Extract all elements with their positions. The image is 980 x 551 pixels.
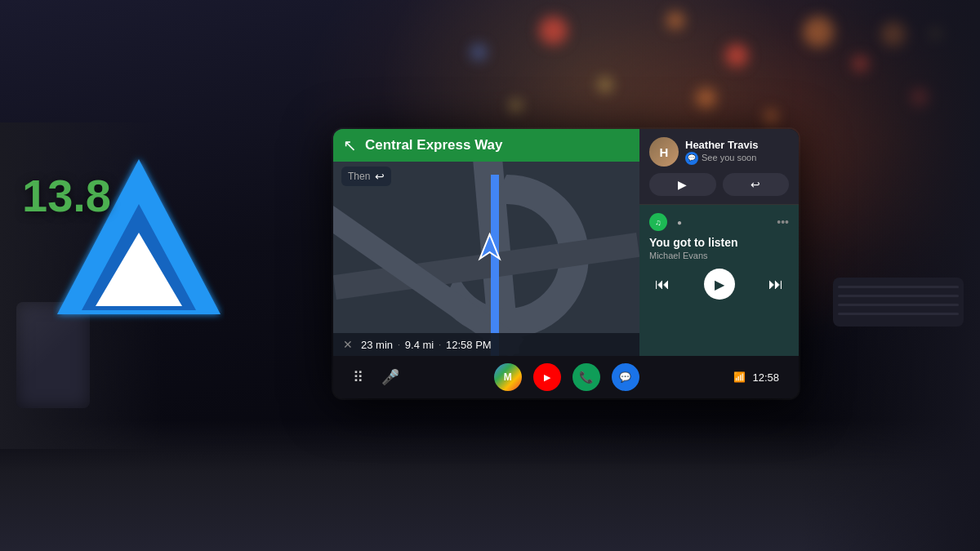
nav-eta-distance: 9.4 mi (405, 339, 434, 351)
message-preview-text: See you soon (702, 153, 756, 162)
message-play-button[interactable]: ▶ (649, 173, 716, 196)
nav-bar-left-icons: ⠿ 🎤 (353, 368, 399, 386)
message-card: H Heather Travis 💬 See you soon ▶ ↩ (639, 129, 799, 205)
music-next-button[interactable]: ⏭ (763, 271, 789, 297)
microphone-icon[interactable]: 🎤 (381, 368, 399, 386)
message-app-icon: 💬 (685, 152, 698, 165)
nav-then-instruction: Then ↩ (341, 167, 391, 186)
bokeh-light (666, 11, 684, 29)
speaker-grille (833, 278, 964, 327)
nav-eta-time: 23 min (361, 339, 393, 351)
youtube-app-icon[interactable]: ▶ (533, 363, 561, 391)
music-controls: ⏮ ▶ ⏭ (649, 269, 789, 300)
right-car-panel (800, 0, 980, 551)
message-reply-button[interactable]: ↩ (723, 173, 790, 196)
nav-bar-right-info: 📶 12:58 (733, 371, 779, 384)
message-info: Heather Travis 💬 See you soon (685, 139, 789, 165)
right-panel: H Heather Travis 💬 See you soon ▶ ↩ (639, 129, 799, 356)
contact-avatar: H (649, 137, 679, 167)
vent-line (838, 304, 959, 306)
music-song-title: You got to listen (649, 236, 789, 249)
messages-app-icon[interactable]: 💬 (612, 363, 639, 391)
signal-strength-icon: 📶 (733, 371, 746, 383)
message-actions: ▶ ↩ (649, 173, 789, 196)
music-dot-indicator: ● (677, 218, 682, 227)
current-location-arrow (474, 233, 504, 262)
bokeh-light (598, 78, 612, 92)
nav-eta-bar: ✕ 23 min · 9.4 mi · 12:58 PM (333, 333, 639, 356)
nav-street-name: Central Express Way (365, 137, 630, 153)
nav-dot-separator-2: · (439, 340, 441, 349)
grid-menu-icon[interactable]: ⠿ (353, 368, 363, 386)
bokeh-light (696, 88, 716, 109)
system-time: 12:58 (752, 371, 779, 384)
vent-line (838, 295, 959, 297)
music-artist-name: Michael Evans (649, 251, 789, 260)
nav-header: ↖ Central Express Way (333, 129, 639, 162)
music-prev-button[interactable]: ⏮ (649, 271, 675, 297)
nav-close-icon[interactable]: ✕ (343, 338, 353, 351)
music-card: ♫ ● ••• You got to listen Michael Evans … (639, 205, 799, 356)
google-maps-app-icon[interactable]: M (494, 363, 522, 391)
bokeh-light (510, 100, 522, 112)
nav-bar-app-icons: M ▶ 📞 💬 (494, 363, 639, 391)
nav-then-arrow-icon: ↩ (375, 170, 385, 183)
version-number: 13.8 (22, 169, 111, 222)
music-header-row: ♫ ● ••• (649, 213, 789, 231)
svg-marker-3 (479, 234, 499, 259)
vent-line (838, 286, 959, 288)
message-header: H Heather Travis 💬 See you soon (649, 137, 789, 167)
android-auto-screen: ↖ Central Express Way Then ↩ (333, 129, 799, 398)
bokeh-light (764, 110, 777, 123)
map-section[interactable]: ↖ Central Express Way Then ↩ (333, 129, 639, 356)
music-app-icon: ♫ (649, 213, 667, 231)
music-overflow-icon[interactable]: ••• (777, 216, 789, 229)
phone-app-icon[interactable]: 📞 (572, 363, 600, 391)
nav-then-label: Then (348, 171, 370, 182)
vent-line (838, 313, 959, 315)
nav-dot-separator: · (398, 340, 400, 349)
nav-eta-clock: 12:58 PM (446, 339, 492, 351)
screen-main-area: ↖ Central Express Way Then ↩ (333, 129, 799, 356)
bokeh-light (470, 44, 487, 60)
contact-name: Heather Travis (685, 139, 789, 152)
music-play-button[interactable]: ▶ (704, 269, 735, 300)
bokeh-light (725, 44, 748, 67)
bokeh-light (539, 16, 568, 45)
turn-direction-icon: ↖ (343, 136, 357, 155)
android-auto-logo: 13.8 (53, 151, 225, 334)
avatar-letter: H (660, 145, 669, 159)
bottom-nav-bar: ⠿ 🎤 M ▶ 📞 💬 📶 12:58 (333, 356, 799, 398)
